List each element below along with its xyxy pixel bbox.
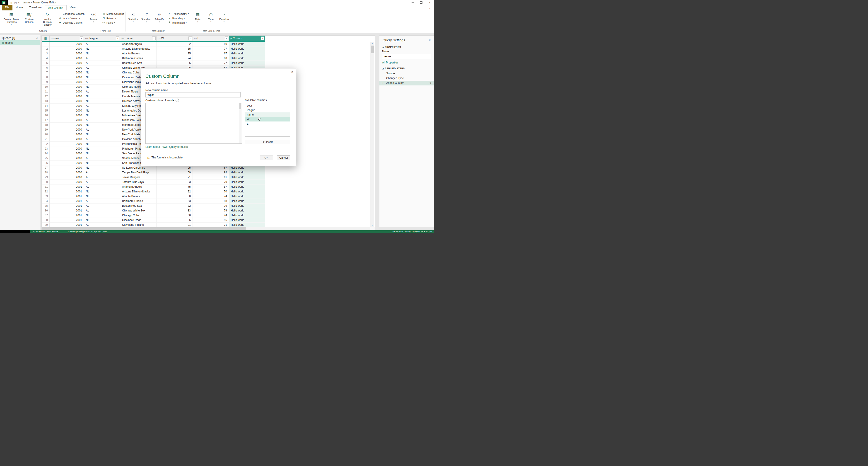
cell[interactable]: 2001 xyxy=(50,194,84,199)
cell[interactable]: Arizona Diamondbacks xyxy=(120,47,157,51)
cell[interactable]: 67 xyxy=(193,51,229,56)
cell[interactable]: AL xyxy=(84,118,120,123)
cell[interactable]: Boston Red Sox xyxy=(120,204,157,208)
cell[interactable]: Texas Rangers xyxy=(120,175,157,180)
row-number[interactable]: 33 xyxy=(42,194,50,199)
cell[interactable]: Atlanta Braves xyxy=(120,51,157,56)
row-number[interactable]: 37 xyxy=(42,213,50,218)
cell[interactable]: 2000 xyxy=(50,47,84,51)
row-number[interactable]: 34 xyxy=(42,199,50,204)
cell[interactable]: AL xyxy=(84,199,120,204)
cell[interactable]: Cleveland Indians xyxy=(120,223,157,227)
cell[interactable]: Hello world xyxy=(229,61,265,65)
row-number[interactable]: 13 xyxy=(42,99,50,104)
row-number[interactable]: 27 xyxy=(42,166,50,170)
row-number[interactable]: 24 xyxy=(42,151,50,156)
cell[interactable]: NL xyxy=(84,161,120,166)
cell[interactable]: NL xyxy=(84,194,120,199)
cell[interactable]: Hello world xyxy=(229,175,265,180)
collapse-queries-pane-icon[interactable]: < xyxy=(36,37,38,39)
cancel-button[interactable]: Cancel xyxy=(277,155,290,160)
information-button[interactable]: ℹInformation▾ xyxy=(168,21,189,24)
row-number[interactable]: 5 xyxy=(42,61,50,65)
cell[interactable]: 88 xyxy=(157,213,193,218)
cell[interactable]: 2000 xyxy=(50,75,84,80)
cell[interactable]: 2000 xyxy=(50,85,84,89)
cell[interactable]: Hello world xyxy=(229,51,265,56)
row-number[interactable]: 17 xyxy=(42,118,50,123)
trigonometry-button[interactable]: ∿Trigonometry▾ xyxy=(168,12,189,15)
cell[interactable]: 98 xyxy=(193,199,229,204)
cell[interactable]: Hello world xyxy=(229,218,265,223)
row-number[interactable]: 1 xyxy=(42,42,50,47)
cell[interactable]: 91 xyxy=(193,175,229,180)
filter-icon[interactable]: ▾ xyxy=(225,36,228,40)
cell[interactable]: 85 xyxy=(157,47,193,51)
applied-step-added-custom[interactable]: ×Added Custom⚙ xyxy=(379,81,434,85)
format-button[interactable]: ABCFormat▾ xyxy=(87,11,100,23)
cell[interactable]: AL xyxy=(84,104,120,108)
query-name-input[interactable] xyxy=(382,54,431,59)
row-number[interactable]: 30 xyxy=(42,180,50,184)
cell[interactable]: 2000 xyxy=(50,161,84,166)
cell[interactable]: 96 xyxy=(193,218,229,223)
collapse-ribbon-icon[interactable]: ^ xyxy=(426,8,434,10)
cell[interactable]: 70 xyxy=(193,189,229,194)
cell[interactable]: 2000 xyxy=(50,142,84,146)
cell[interactable]: 71 xyxy=(193,223,229,227)
cell[interactable]: Hello world xyxy=(229,199,265,204)
cell[interactable]: AL xyxy=(84,223,120,227)
duration-button[interactable]: ◔Duration▾ xyxy=(217,11,230,23)
cell[interactable]: NL xyxy=(84,99,120,104)
cell[interactable]: 2001 xyxy=(50,204,84,208)
cell[interactable]: AL xyxy=(84,80,120,85)
row-number[interactable]: 22 xyxy=(42,142,50,146)
cell[interactable]: Arizona Diamondbacks xyxy=(120,189,157,194)
cell[interactable]: 69 xyxy=(157,170,193,175)
tab-add-column[interactable]: Add Column xyxy=(45,5,67,11)
cell[interactable]: NL xyxy=(84,218,120,223)
scroll-up-icon[interactable]: ▲ xyxy=(370,42,374,45)
formula-editor[interactable]: = xyxy=(146,103,242,144)
cell[interactable]: 2000 xyxy=(50,99,84,104)
cell[interactable]: 79 xyxy=(193,180,229,184)
row-number[interactable]: 21 xyxy=(42,137,50,142)
all-properties-link[interactable]: All Properties xyxy=(379,59,434,65)
cell[interactable]: 2000 xyxy=(50,61,84,65)
close-button[interactable]: × xyxy=(425,0,434,5)
vertical-scrollbar-thumb[interactable] xyxy=(371,46,374,53)
properties-section-header[interactable]: ◢ PROPERTIES xyxy=(379,44,434,49)
cell[interactable]: St. Louis Cardinals xyxy=(120,166,157,170)
row-number[interactable]: 31 xyxy=(42,184,50,189)
horizontal-scrollbar[interactable] xyxy=(42,227,370,230)
cell[interactable]: Chicago White Sox xyxy=(120,208,157,213)
cell[interactable]: Hello world xyxy=(229,170,265,175)
cell[interactable]: AL xyxy=(84,56,120,61)
rounding-button[interactable]: ≈Rounding▾ xyxy=(168,17,189,20)
cell[interactable]: AL xyxy=(84,65,120,70)
cell[interactable]: Hello world xyxy=(229,208,265,213)
row-number[interactable]: 11 xyxy=(42,89,50,94)
cell[interactable]: 91 xyxy=(157,223,193,227)
cell[interactable]: 2001 xyxy=(50,213,84,218)
cell[interactable]: 2001 xyxy=(50,189,84,194)
cell[interactable]: 2000 xyxy=(50,65,84,70)
tab-home[interactable]: Home xyxy=(12,5,26,10)
row-number[interactable]: 16 xyxy=(42,113,50,118)
cell[interactable]: NL xyxy=(84,113,120,118)
ok-button[interactable]: OK xyxy=(260,155,273,160)
cell[interactable]: Atlanta Braves xyxy=(120,194,157,199)
available-column-year[interactable]: year xyxy=(245,104,290,108)
cell[interactable]: Hello world xyxy=(229,213,265,218)
row-number[interactable]: 10 xyxy=(42,85,50,89)
cell[interactable]: 2000 xyxy=(50,51,84,56)
cell[interactable]: Anaheim Angels xyxy=(120,42,157,47)
cell[interactable]: 2000 xyxy=(50,132,84,137)
status-profiling-info[interactable]: Column profiling based on top 1000 rows xyxy=(68,230,107,233)
cell[interactable]: Toronto Blue Jays xyxy=(120,180,157,184)
cell[interactable]: Hello world xyxy=(229,189,265,194)
cell[interactable]: NL xyxy=(84,189,120,194)
cell[interactable]: 2000 xyxy=(50,89,84,94)
invoke-custom-function-button[interactable]: ƒxInvoke Custom Function xyxy=(38,11,56,26)
cell[interactable]: 77 xyxy=(193,47,229,51)
